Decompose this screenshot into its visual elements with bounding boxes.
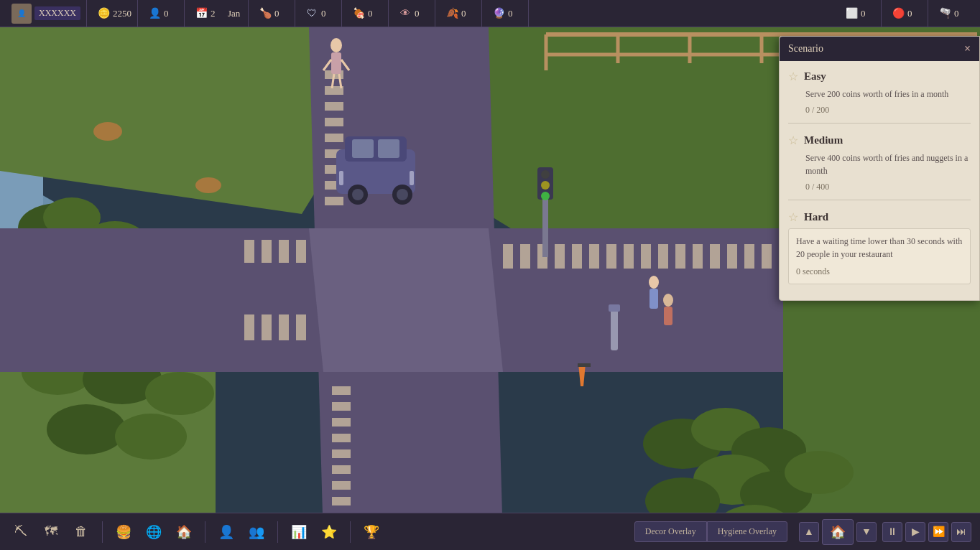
medium-star-icon: ☆ (788, 134, 798, 147)
svg-point-84 (397, 189, 408, 200)
chicken-value: 0 (274, 8, 289, 19)
building-tool-button[interactable]: 🏠 (172, 520, 196, 544)
svg-rect-73 (244, 314, 254, 340)
tool-group: ⛏ 🗺 🗑 🍔 🌐 🏠 👤 👥 📊 ⭐ 🏆 (9, 520, 634, 544)
scenario-hard: ☆ Hard Have a waiting time lower than 30… (788, 210, 971, 292)
svg-rect-75 (279, 314, 289, 340)
svg-point-90 (541, 181, 550, 190)
svg-rect-47 (296, 240, 306, 263)
svg-point-92 (330, 38, 342, 52)
overlay-buttons-group: Decor Overlay Hygiene Overlay (634, 521, 787, 542)
svg-rect-101 (664, 307, 672, 325)
medium-progress: 0 / 400 (788, 182, 971, 192)
shield-icon: 🛡 (305, 7, 318, 20)
globe-tool-button[interactable]: 🌐 (142, 520, 166, 544)
svg-rect-62 (744, 244, 754, 269)
hard-star-icon: ☆ (788, 210, 798, 224)
svg-point-28 (93, 122, 122, 141)
easy-header: ☆ Easy (788, 70, 971, 83)
status-white-value: 0 (861, 8, 875, 19)
calendar-section: 📅 2 Jan (189, 0, 249, 27)
svg-rect-71 (332, 497, 351, 505)
hygiene-overlay-button[interactable]: Hygiene Overlay (707, 521, 787, 542)
status-red-icon: 🔴 (892, 7, 905, 20)
easy-progress: 0 / 200 (788, 105, 971, 116)
fastest-forward-button[interactable]: ⏭ (951, 522, 971, 542)
chart-tool-button[interactable]: 📊 (287, 520, 311, 544)
svg-point-91 (541, 192, 550, 200)
resource-eye: 👁 0 (393, 0, 435, 27)
play-button[interactable]: ▶ (905, 522, 925, 542)
svg-rect-54 (606, 244, 616, 269)
profile-section: 👤 XXXXXX (6, 0, 87, 27)
resource-chicken: 🍗 0 (253, 0, 295, 27)
svg-rect-85 (339, 171, 343, 185)
svg-rect-44 (244, 240, 254, 263)
easy-label: Easy (804, 70, 826, 83)
cup-value: 0 (954, 8, 969, 19)
svg-rect-74 (262, 314, 272, 340)
svg-rect-51 (555, 244, 565, 269)
gem-value: 0 (508, 8, 522, 19)
profile-name: XXXXXX (34, 6, 80, 20)
staff-tool-button[interactable]: 👥 (244, 520, 269, 544)
demolish-tool-button[interactable]: ⛏ (9, 520, 33, 544)
leaf-icon: 🍂 (445, 7, 458, 20)
svg-rect-60 (710, 244, 720, 269)
resource-shield: 🛡 0 (300, 0, 342, 27)
profile-picture: 👤 (11, 4, 32, 24)
medium-header: ☆ Medium (788, 134, 971, 147)
zoom-in-button[interactable]: ▲ (799, 522, 819, 542)
scenario-close-button[interactable]: × (964, 42, 971, 55)
food-tool-button[interactable]: 🍔 (111, 520, 136, 544)
cup-icon: 🫗 (938, 7, 951, 20)
svg-rect-86 (410, 171, 414, 185)
svg-point-98 (649, 276, 659, 289)
fast-forward-button[interactable]: ⏩ (928, 522, 948, 542)
currency-icon: 🪙 (97, 7, 110, 20)
zoom-out-button[interactable]: ▼ (856, 522, 877, 542)
road-tool-button[interactable]: 🗺 (39, 520, 63, 544)
svg-rect-53 (589, 244, 599, 269)
pause-button[interactable]: ⏸ (882, 522, 902, 542)
svg-rect-103 (609, 304, 620, 312)
population-section: 👤 0 (142, 0, 185, 27)
svg-rect-69 (332, 465, 351, 474)
svg-rect-64 (332, 386, 351, 395)
hard-description-box: Have a waiting time lower than 30 second… (788, 228, 971, 284)
eye-value: 0 (415, 8, 429, 19)
minimap-house-icon: 🏠 (822, 519, 854, 545)
shield-value: 0 (321, 8, 336, 19)
top-navigation-bar: 👤 XXXXXX 🪙 2250 👤 0 📅 2 Jan 🍗 0 🛡 0 🍖 0 … (0, 0, 980, 27)
chicken-icon: 🍗 (259, 7, 272, 20)
trash-tool-button[interactable]: 🗑 (69, 520, 93, 544)
svg-rect-45 (262, 240, 272, 263)
status-white-icon: ⬜ (845, 7, 858, 20)
person-tool-button[interactable]: 👤 (214, 520, 239, 544)
playback-controls: ⏸ ▶ ⏩ ⏭ (882, 522, 971, 542)
resource-leaf: 🍂 0 (440, 0, 482, 27)
trophy-tool-button[interactable]: 🏆 (359, 520, 384, 544)
separator-1 (102, 521, 103, 543)
gem-icon: 🔮 (492, 7, 505, 20)
svg-rect-46 (279, 240, 289, 263)
star-tool-button[interactable]: ⭐ (317, 520, 341, 544)
decor-overlay-button[interactable]: Decor Overlay (634, 521, 707, 542)
svg-rect-48 (503, 244, 513, 269)
svg-rect-105 (578, 363, 591, 367)
separator-3 (277, 521, 278, 543)
svg-point-100 (663, 294, 673, 307)
easy-star-icon: ☆ (788, 70, 798, 83)
scenario-panel: Scenario × ☆ Easy Serve 200 coins worth … (779, 36, 980, 301)
calendar-month-name: Jan (228, 8, 242, 19)
hard-header: ☆ Hard (788, 210, 971, 224)
scenario-body: ☆ Easy Serve 200 coins worth of fries in… (780, 61, 979, 300)
svg-rect-80 (378, 139, 399, 158)
hard-label: Hard (804, 211, 828, 223)
svg-rect-67 (332, 434, 351, 442)
map-controls: ▲ 🏠 ▼ (799, 519, 877, 545)
eye-icon: 👁 (399, 7, 412, 20)
separator-2 (205, 521, 205, 543)
svg-point-25 (145, 372, 214, 415)
resource-meat: 🍖 0 (346, 0, 389, 27)
